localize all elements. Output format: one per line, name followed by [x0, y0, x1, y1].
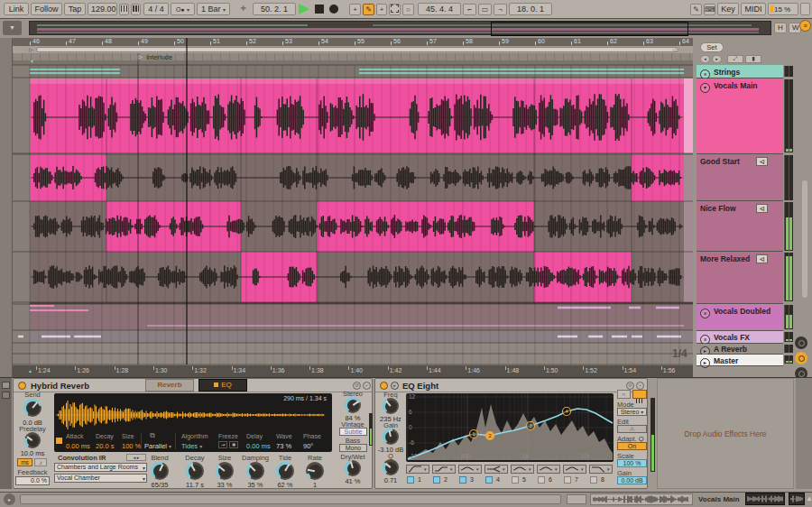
play-triangle-icon[interactable]: ▸: [700, 358, 710, 368]
arrangement-menu-button[interactable]: ≡: [799, 20, 811, 32]
audition-take-button[interactable]: ◁: [756, 204, 768, 213]
overview-view-rectangle[interactable]: [491, 22, 688, 36]
clip-waveform-preview[interactable]: [590, 493, 693, 505]
hot-swap-icon[interactable]: ⊘: [353, 382, 361, 390]
predelay-sync-button[interactable]: ♪: [34, 458, 47, 466]
bass-mono-button[interactable]: Mono: [339, 444, 367, 452]
take-lane-header-good-start[interactable]: Good Start◁: [697, 154, 783, 201]
hot-swap-icon[interactable]: ⊘: [626, 382, 634, 390]
clip-thumbnail[interactable]: [745, 493, 785, 505]
tap-tempo-button[interactable]: Tap: [64, 3, 86, 15]
draw-automation-button[interactable]: ✎: [690, 4, 702, 15]
arrangement-overview[interactable]: [29, 21, 771, 35]
send-knob[interactable]: [23, 399, 42, 417]
vintage-menu[interactable]: Subtle: [339, 428, 367, 436]
follow-button[interactable]: Follow: [31, 3, 62, 15]
device-chain-icon[interactable]: [2, 382, 10, 389]
edit-ab-button[interactable]: A: [617, 425, 647, 433]
output-gain-value[interactable]: 0.00 dB: [617, 476, 647, 484]
band-enable-checkbox[interactable]: [459, 476, 466, 484]
analyzer-toggle-button[interactable]: [632, 390, 647, 399]
stop-button[interactable]: [315, 5, 324, 14]
play-button[interactable]: [299, 4, 309, 14]
computer-midi-keyboard-button[interactable]: ⌨: [704, 4, 715, 15]
reverb-display[interactable]: 290 ms / 1.34 s Attack 0.00 ms Decay 20.…: [54, 393, 332, 452]
audition-take-button[interactable]: ◁: [756, 254, 768, 263]
band-enable-checkbox[interactable]: [564, 476, 571, 484]
tempo-field[interactable]: 129.00: [88, 3, 117, 15]
loop-start-field[interactable]: 45. 4. 4: [418, 3, 461, 15]
stereo-knob[interactable]: [345, 397, 361, 413]
track-header-vocals-fx[interactable]: ≡Vocals FX: [697, 331, 783, 344]
follow-circle-button[interactable]: ○: [402, 4, 414, 15]
optimize-height-button[interactable]: H: [774, 23, 787, 33]
clip-thumbnail[interactable]: [789, 493, 805, 505]
band-filter-menu[interactable]: ▾: [589, 465, 613, 474]
sends-section-toggle[interactable]: [795, 352, 807, 364]
midi-map-button[interactable]: MIDI: [741, 3, 766, 15]
band-filter-menu[interactable]: ▾: [511, 465, 534, 474]
loop-length-field[interactable]: 18. 0. 1: [509, 3, 552, 15]
scale-value[interactable]: 100 %: [617, 459, 647, 467]
set-locator-button[interactable]: Set: [700, 42, 724, 52]
cpu-meter[interactable]: 15 % ▾: [768, 3, 798, 15]
time-signature-field[interactable]: 4 / 4: [143, 3, 169, 15]
save-preset-icon[interactable]: ▪: [363, 382, 371, 390]
band-enable-checkbox[interactable]: [590, 476, 597, 484]
info-view-button[interactable]: ▸: [4, 493, 15, 505]
quantize-menu[interactable]: 1 Bar ▾: [197, 3, 230, 15]
dry-wet-value[interactable]: 41 %: [335, 477, 371, 485]
band-filter-menu[interactable]: ▾: [432, 465, 456, 474]
record-button[interactable]: [329, 5, 338, 14]
track-header-vocals-doubled[interactable]: ≡Vocals Doubled: [697, 304, 783, 331]
band-enable-checkbox[interactable]: [512, 476, 519, 484]
device-knob[interactable]: [306, 462, 324, 480]
unfold-arrow-icon[interactable]: ▾: [700, 83, 710, 93]
device-knob[interactable]: [151, 462, 169, 480]
next-locator-button[interactable]: ▸: [712, 55, 722, 63]
automation-reenable-button[interactable]: +: [376, 4, 387, 15]
punch-out-button[interactable]: ¬: [494, 4, 507, 15]
audition-take-button[interactable]: ◁: [756, 157, 768, 166]
predelay-value[interactable]: 10.0 ms: [11, 449, 54, 457]
band-enable-checkbox[interactable]: [485, 476, 493, 484]
scroll-lock-button[interactable]: ⤢: [727, 55, 743, 63]
device-title-bar[interactable]: ▸ EQ Eight ⊘ ▪: [375, 379, 647, 392]
eq-curve-display[interactable]: 12341260-6-121001k10k: [406, 393, 614, 462]
q-value[interactable]: 0.71: [373, 476, 409, 484]
device-knob[interactable]: [186, 462, 204, 480]
track-header-a-reverb[interactable]: ▸A Reverb: [697, 344, 783, 355]
loop-switch-button[interactable]: ▭: [478, 4, 492, 15]
overdub-button[interactable]: +: [349, 4, 361, 15]
audition-band-button[interactable]: ∩: [617, 390, 631, 399]
tab-reverb[interactable]: Reverb: [145, 379, 194, 392]
nudge-down-button[interactable]: [119, 4, 129, 15]
key-map-button[interactable]: Key: [717, 3, 739, 15]
take-lane-header-more-relaxed[interactable]: More Relaxed◁: [697, 252, 783, 304]
draw-mode-button[interactable]: ✎: [363, 4, 374, 15]
predelay-knob[interactable]: [24, 432, 41, 448]
band-enable-checkbox[interactable]: [407, 476, 414, 484]
knob-value[interactable]: 1: [295, 481, 335, 489]
clip-view-icon[interactable]: [2, 392, 10, 399]
take-lane-header-nice-flow[interactable]: Nice Flow◁: [697, 201, 783, 252]
feedback-value[interactable]: 0.0 %: [15, 476, 50, 485]
band-filter-menu[interactable]: ▾: [537, 465, 560, 474]
mode-menu[interactable]: Stereo ▾: [617, 408, 647, 416]
vertical-scrollbar[interactable]: [802, 180, 807, 298]
nudge-up-button[interactable]: [131, 4, 141, 15]
save-preset-icon[interactable]: ▪: [636, 382, 644, 390]
ir-category-menu[interactable]: Chambers and Large Rooms▾: [54, 463, 147, 472]
dry-wet-knob[interactable]: [345, 460, 361, 476]
punch-in-button[interactable]: ⌐: [463, 4, 476, 15]
band-enable-checkbox[interactable]: [538, 476, 545, 484]
band-enable-checkbox[interactable]: [433, 476, 440, 484]
back-to-arrangement-button[interactable]: ▼: [3, 21, 22, 35]
io-section-toggle[interactable]: [795, 336, 807, 349]
device-on-button[interactable]: [380, 382, 388, 390]
metronome-button[interactable]: O● ▾: [171, 3, 195, 15]
ir-file-menu[interactable]: Vocal Chamber▾: [54, 474, 147, 483]
band-filter-menu[interactable]: ▾: [484, 465, 508, 474]
prev-locator-button[interactable]: ◂: [700, 55, 710, 63]
predelay-ms-button[interactable]: ms: [17, 458, 32, 466]
